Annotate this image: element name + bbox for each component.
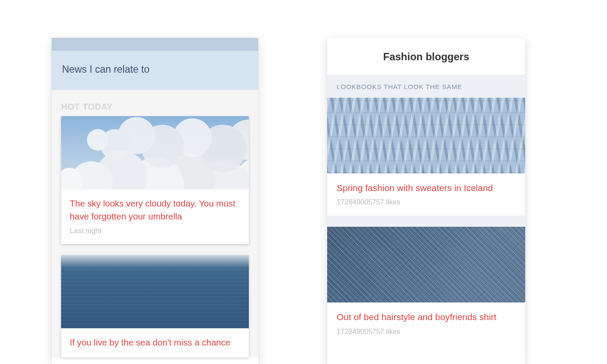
feed-body: Spring fashion with sweaters in Iceland … bbox=[327, 98, 525, 345]
news-card-body: The sky looks very cloudy today. You mus… bbox=[61, 189, 249, 244]
phone-fashion: Fashion bloggers LOOKBOOKS THAT LOOK THE… bbox=[327, 38, 525, 364]
news-card-image bbox=[61, 255, 249, 328]
fashion-card-likes: 172849005757 likes bbox=[337, 327, 516, 336]
news-card-body: If you live by the sea don't miss a chan… bbox=[61, 328, 249, 358]
fashion-card-title: Spring fashion with sweaters in Iceland bbox=[337, 182, 516, 194]
status-bar bbox=[52, 38, 258, 51]
news-card[interactable]: If you live by the sea don't miss a chan… bbox=[61, 255, 249, 358]
news-card[interactable]: The sky looks very cloudy today. You mus… bbox=[61, 116, 249, 244]
fashion-card-body: Out of bed hairstyle and boyfriends shir… bbox=[327, 302, 525, 345]
app-header: News I can relate to bbox=[52, 51, 258, 90]
fashion-card-body: Spring fashion with sweaters in Iceland … bbox=[327, 173, 525, 216]
section-header-lookbooks: LOOKBOOKS THAT LOOK THE SAME bbox=[327, 75, 525, 98]
fashion-card[interactable]: Out of bed hairstyle and boyfriends shir… bbox=[327, 227, 525, 345]
fashion-card[interactable]: Spring fashion with sweaters in Iceland … bbox=[327, 98, 525, 216]
news-card-timestamp: Last night bbox=[70, 227, 240, 235]
app-title: Fashion bloggers bbox=[336, 51, 517, 63]
fashion-card-image bbox=[327, 98, 525, 173]
news-card-title: The sky looks very cloudy today. You mus… bbox=[70, 197, 240, 222]
news-card-title: If you live by the sea don't miss a chan… bbox=[70, 336, 240, 349]
phone-news: News I can relate to HOT TODAY The sky l… bbox=[52, 38, 258, 364]
section-header-label: LOOKBOOKS THAT LOOK THE SAME bbox=[337, 83, 516, 91]
fashion-card-image bbox=[327, 227, 525, 302]
news-card-image bbox=[61, 116, 249, 189]
app-title: News I can relate to bbox=[62, 64, 248, 75]
feed-body: HOT TODAY The sky looks very cloudy toda… bbox=[52, 90, 258, 358]
app-header: Fashion bloggers bbox=[327, 38, 525, 75]
fashion-card-title: Out of bed hairstyle and boyfriends shir… bbox=[337, 311, 516, 323]
section-header-hot-today: HOT TODAY bbox=[61, 102, 249, 112]
fashion-card-likes: 172849005757 likes bbox=[337, 198, 516, 206]
